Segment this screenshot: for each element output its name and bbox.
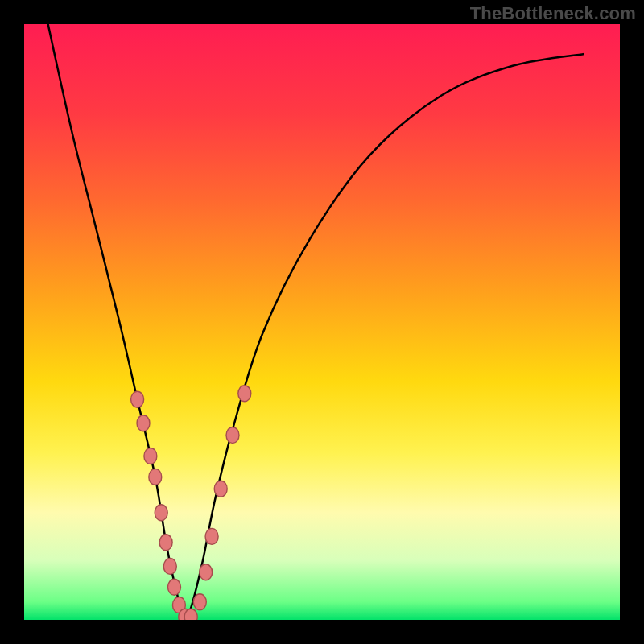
- data-marker: [184, 609, 197, 620]
- data-marker: [193, 594, 206, 610]
- watermark-text: TheBottleneck.com: [470, 3, 636, 24]
- data-marker: [238, 386, 251, 402]
- data-marker: [144, 448, 157, 464]
- plot-background: [24, 24, 620, 620]
- data-marker: [200, 564, 213, 580]
- data-marker: [163, 558, 176, 574]
- data-marker: [155, 505, 167, 521]
- data-marker: [149, 469, 162, 485]
- chart-frame: TheBottleneck.com: [0, 0, 644, 644]
- data-marker: [205, 528, 218, 544]
- data-marker: [131, 391, 144, 407]
- chart-plot: [24, 24, 620, 620]
- data-marker: [137, 415, 150, 431]
- data-marker: [167, 579, 180, 595]
- data-marker: [226, 427, 239, 444]
- data-marker: [214, 481, 227, 497]
- data-marker: [159, 535, 172, 551]
